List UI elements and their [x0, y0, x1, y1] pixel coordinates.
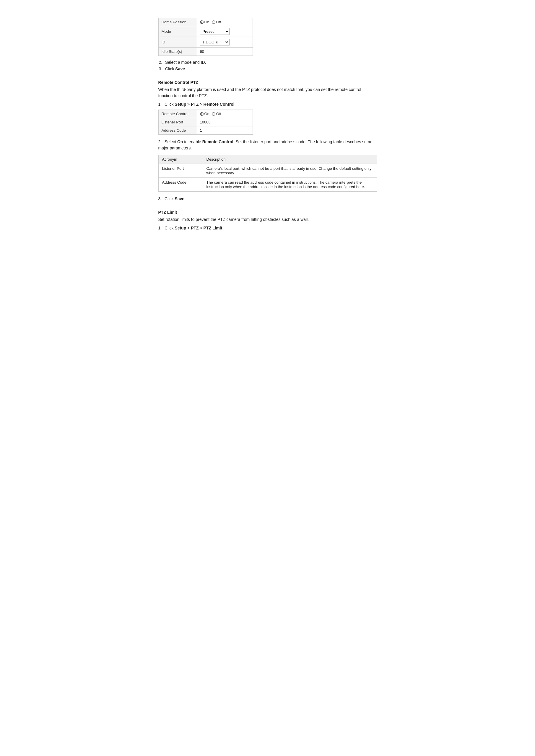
home-position-label: Home Position — [158, 18, 197, 26]
home-position-row: Home Position On Off — [158, 18, 253, 26]
listener-port-value: 10008 — [197, 118, 253, 126]
remote-control-section: Remote Control PTZ When the third-party … — [158, 80, 377, 201]
rc-step3-click: Click — [164, 196, 175, 201]
home-position-table: Home Position On Off Mode — [158, 18, 253, 56]
ptz-limit-title: PTZ Limit — [158, 210, 377, 215]
address-code-value: 1 — [197, 126, 253, 135]
home-position-steps: 2. Select a mode and ID. 3. Click Save. — [158, 60, 377, 71]
listener-port-description: Camera's local port, which cannot be a p… — [203, 164, 377, 178]
rc-off-text: Off — [216, 112, 221, 116]
step-2: 2. Select a mode and ID. — [158, 60, 377, 65]
id-row: ID 1[DOOR] 2 3 — [158, 37, 253, 47]
listener-port-acronym: Listener Port — [158, 164, 203, 178]
ptz-step1-gt2: > — [199, 226, 204, 230]
home-position-off-text: Off — [216, 20, 221, 24]
rc-step2-to-enable: to enable — [183, 139, 202, 144]
ptz-step1-end: . — [222, 226, 223, 230]
remote-control-title: Remote Control PTZ — [158, 80, 377, 85]
mode-select[interactable]: Preset Auto Scan Tour — [200, 28, 230, 35]
listener-port-row: Listener Port 10008 — [158, 118, 253, 126]
ptz-step1-gt1: > — [186, 226, 191, 230]
rc-step3: 3. Click Save. — [158, 196, 377, 201]
rc-step2-num: 2. — [158, 139, 162, 144]
home-position-radio-cell[interactable]: On Off — [197, 18, 253, 26]
rc-step1-num: 1. — [158, 102, 162, 107]
ptz-limit-desc: Set rotation limits to prevent the PTZ c… — [158, 216, 377, 223]
remote-control-radio-group: On Off — [200, 112, 250, 116]
home-position-radio-group: On Off — [200, 20, 250, 24]
remote-control-desc: When the third-party platform is used an… — [158, 87, 377, 99]
id-label: ID — [158, 37, 197, 47]
mode-select-wrap: Preset Auto Scan Tour — [200, 28, 250, 35]
address-code-description: The camera can read the address code con… — [203, 178, 377, 192]
ptz-limit-step1: 1. Click Setup > PTZ > PTZ Limit. — [158, 226, 377, 230]
rc-radio-off-dot — [212, 112, 215, 116]
rc-step3-end: . — [184, 196, 185, 201]
listener-port-label: Listener Port — [158, 118, 197, 126]
home-position-off-label[interactable]: Off — [212, 20, 221, 24]
ptz-step1-setup: Setup — [175, 226, 186, 230]
home-position-section: Home Position On Off Mode — [158, 18, 377, 71]
rc-step2-on: On — [177, 139, 183, 144]
radio-off-dot — [212, 20, 215, 24]
rc-step2-select: Select — [164, 139, 177, 144]
step-3-text-pre: Click — [165, 67, 174, 71]
mode-row: Mode Preset Auto Scan Tour — [158, 26, 253, 37]
step-2-text: Select a mode and ID. — [165, 60, 206, 65]
remote-control-table: Remote Control On Off Listener Port 1000… — [158, 110, 253, 135]
ptz-step1-click: Click — [164, 226, 175, 230]
mode-select-cell[interactable]: Preset Auto Scan Tour — [197, 26, 253, 37]
home-position-on-text: On — [205, 20, 210, 24]
rc-step2-text: 2. Select On to enable Remote Control. S… — [158, 139, 377, 151]
rc-step1-gt1: > — [186, 102, 191, 107]
address-code-desc-row: Address Code The camera can read the add… — [158, 178, 377, 192]
ptz-limit-section: PTZ Limit Set rotation limits to prevent… — [158, 210, 377, 230]
listener-port-desc-row: Listener Port Camera's local port, which… — [158, 164, 377, 178]
ptz-step1-ptz: PTZ — [191, 226, 199, 230]
rc-step2-remote-control: Remote Control — [202, 139, 233, 144]
idle-state-label: Idle State(s) — [158, 47, 197, 56]
ptz-step1-limit: PTZ Limit — [204, 226, 222, 230]
home-position-on-label[interactable]: On — [200, 20, 210, 24]
rc-on-label[interactable]: On — [200, 112, 210, 116]
id-select-wrap: 1[DOOR] 2 3 — [200, 39, 250, 45]
id-select[interactable]: 1[DOOR] 2 3 — [200, 39, 230, 45]
idle-state-value: 60 — [197, 47, 253, 56]
acronym-description-table: Acronym Description Listener Port Camera… — [158, 155, 377, 192]
remote-control-step1: 1. Click Setup > PTZ > Remote Control. — [158, 102, 377, 107]
description-header: Description — [203, 155, 377, 164]
rc-step1-remote: Remote Control — [204, 102, 235, 107]
rc-radio-on-dot — [200, 112, 204, 116]
acronym-header: Acronym — [158, 155, 203, 164]
rc-step3-num: 3. — [158, 196, 162, 201]
rc-step1-setup: Setup — [175, 102, 186, 107]
idle-state-row: Idle State(s) 60 — [158, 47, 253, 56]
step-3-end: . — [185, 67, 186, 71]
radio-on-dot — [200, 20, 204, 24]
id-select-cell[interactable]: 1[DOOR] 2 3 — [197, 37, 253, 47]
rc-step1-click: Click — [164, 102, 175, 107]
step-3: 3. Click Save. — [158, 67, 377, 71]
remote-control-label: Remote Control — [158, 110, 197, 118]
rc-off-label[interactable]: Off — [212, 112, 221, 116]
rc-step1-gt2: > — [199, 102, 204, 107]
desc-table-header-row: Acronym Description — [158, 155, 377, 164]
remote-control-radio-cell[interactable]: On Off — [197, 110, 253, 118]
rc-step1-end: . — [235, 102, 236, 107]
rc-on-text: On — [205, 112, 210, 116]
remote-control-row: Remote Control On Off — [158, 110, 253, 118]
address-code-label: Address Code — [158, 126, 197, 135]
step-3-save-bold: Save — [175, 67, 185, 71]
rc-step1-ptz: PTZ — [191, 102, 199, 107]
step-3-num: 3. — [159, 67, 162, 71]
rc-step3-save: Save — [175, 196, 184, 201]
mode-label: Mode — [158, 26, 197, 37]
address-code-acronym: Address Code — [158, 178, 203, 192]
ptz-step1-num: 1. — [158, 226, 162, 230]
address-code-row: Address Code 1 — [158, 126, 253, 135]
step-2-num: 2. — [159, 60, 162, 65]
